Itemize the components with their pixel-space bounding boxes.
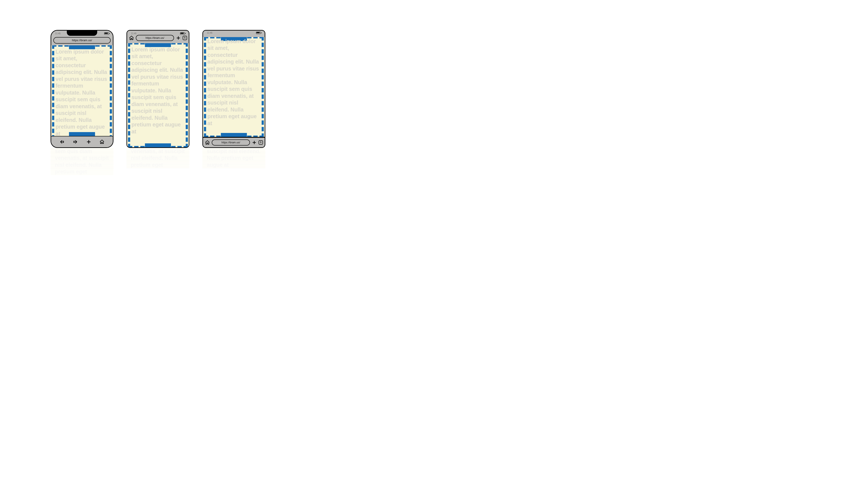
- viewport-bottom-tab: [145, 143, 171, 147]
- battery-icon: [104, 32, 109, 35]
- reflection: suscipit nisl eleifend. Nulla pretium eg…: [203, 148, 265, 178]
- status-time: 11:45: [55, 32, 61, 35]
- home-icon[interactable]: [99, 139, 104, 144]
- viewport-bottom-tab: [221, 133, 247, 137]
- phone-mockup-2: 11:45 https://bram.us/ 5: [126, 30, 189, 148]
- browser-chrome-bottom: [51, 136, 113, 147]
- url-bar[interactable]: https://bram.us/: [212, 139, 250, 145]
- status-time: 11:45: [131, 32, 136, 35]
- diagram-stage: 11:45 https://bram.us/ Lorem ipsum dolor…: [51, 30, 265, 148]
- forward-arrow-icon[interactable]: [73, 139, 78, 144]
- phone-mockup-1: 11:45 https://bram.us/ Lorem ipsum dolor…: [51, 30, 114, 148]
- phone-mockup-3: 11:45 Lorem ipsum dolor sit amet, consec…: [203, 30, 265, 148]
- status-bar: 11:45: [203, 31, 265, 35]
- url-text: https://bram.us/: [221, 141, 240, 144]
- device-notch: [67, 31, 97, 36]
- url-bar[interactable]: https://bram.us/: [53, 37, 111, 43]
- status-time: 11:45: [207, 32, 212, 34]
- viewport: Lorem ipsum dolor sit amet, consectetur …: [127, 43, 189, 147]
- tab-count[interactable]: 5: [258, 140, 263, 145]
- page-content-text: Lorem ipsum dolor sit amet, consectetur …: [56, 48, 108, 136]
- reflection: sem quis diam venenatis, at suscipit nis…: [51, 148, 114, 178]
- battery-icon: [180, 32, 185, 35]
- battery-icon: [256, 32, 261, 34]
- url-text: https://bram.us/: [72, 39, 92, 42]
- url-text: https://bram.us/: [146, 36, 164, 39]
- home-icon[interactable]: [205, 140, 210, 145]
- viewport: Lorem ipsum dolor sit amet, consectetur …: [51, 45, 113, 136]
- reflection: venenatis, at suscipit nisl eleifend. Nu…: [126, 148, 189, 178]
- status-bar: 11:45: [127, 31, 189, 37]
- plus-icon[interactable]: [86, 139, 91, 144]
- plus-icon[interactable]: [252, 140, 257, 145]
- viewport: Lorem ipsum dolor sit amet, consectetur …: [203, 37, 265, 137]
- browser-chrome-bottom: https://bram.us/ 5: [203, 137, 265, 147]
- page-content-text: Lorem ipsum dolor sit amet, consectetur …: [131, 46, 184, 135]
- page-content-text: Lorem ipsum dolor sit amet, consectetur …: [208, 38, 260, 127]
- back-arrow-icon[interactable]: [59, 139, 65, 144]
